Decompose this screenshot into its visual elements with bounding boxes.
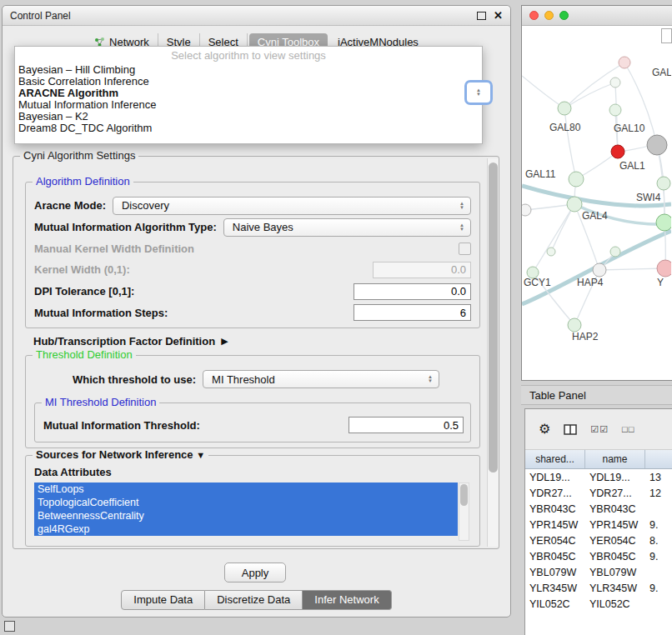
data-attributes-label: Data Attributes (34, 466, 112, 478)
tab-infer-network[interactable]: Infer Network (303, 590, 391, 610)
algorithm-definition-group: Algorithm Definition Aracne Mode: Discov… (25, 182, 480, 328)
attribute-item[interactable]: SelfLoops (34, 482, 458, 496)
mi-threshold-label: Mutual Information Threshold: (43, 419, 200, 432)
combo-arrows-icon: ▲▼ (424, 375, 437, 383)
attribute-item[interactable]: BetweennessCentrality (34, 509, 458, 522)
attribute-list-scrollbar[interactable] (459, 482, 469, 541)
gear-icon[interactable]: ⚙ (539, 422, 550, 436)
node-gal1 (647, 135, 667, 155)
settings-scrollbar-thumb[interactable] (489, 162, 498, 472)
zoom-traffic-light[interactable] (559, 11, 569, 20)
dpi-tolerance-field[interactable] (354, 283, 471, 300)
network-canvas[interactable]: GAL GAL80 GAL10 GAL11 GAL1 SWI4 GAL4 GCY… (522, 26, 671, 380)
mi-type-label: Mutual Information Algorithm Type: (34, 221, 217, 233)
settings-scrollbar[interactable] (487, 158, 499, 547)
algorithm-option[interactable]: Bayesian – K2 (15, 111, 482, 122)
kernel-width-label: Kernel Width (0,1): (34, 263, 130, 276)
columns-icon[interactable] (564, 424, 577, 435)
column-header[interactable]: shared... (525, 450, 585, 468)
attribute-item[interactable]: TopologicalCoefficient (34, 496, 458, 509)
node (619, 57, 630, 68)
svg-text:GAL11: GAL11 (525, 168, 556, 180)
sources-group-title[interactable]: Sources for Network Inference ▼ (33, 448, 208, 461)
mi-steps-label: Mutual Information Steps: (34, 307, 168, 319)
svg-text:GAL: GAL (652, 67, 671, 78)
table-row[interactable]: YBR045CYBR045C9. (525, 548, 672, 564)
which-threshold-combo[interactable]: MI Threshold ▲▼ (203, 370, 439, 388)
table-row[interactable]: YDL19...YDL19...13 (525, 469, 672, 485)
table-row[interactable]: YBL079WYBL079W (525, 564, 672, 580)
node-gal4 (567, 197, 582, 212)
algorithm-option[interactable]: Dream8 DC_TDC Algorithm (15, 122, 482, 134)
minimize-traffic-light[interactable] (544, 11, 554, 20)
svg-text:GAL10: GAL10 (614, 122, 645, 134)
tab-discretize-data[interactable]: Discretize Data (205, 590, 303, 610)
mi-threshold-field[interactable] (349, 417, 464, 433)
control-panel-window: Control Panel ✕ Network Style Select (2, 5, 511, 618)
dpi-tolerance-label: DPI Tolerance [0,1]: (34, 285, 134, 298)
table-row[interactable]: YPR145WYPR145W9. (525, 517, 672, 532)
control-panel-titlebar: Control Panel ✕ (3, 6, 510, 26)
attribute-item[interactable]: gal4RGexp (34, 522, 458, 536)
birdseye-toggle[interactable] (661, 28, 672, 43)
svg-text:HAP2: HAP2 (572, 331, 599, 342)
table-row[interactable]: YBR043CYBR043C (525, 501, 672, 517)
deselect-all-icon[interactable]: □□ (622, 425, 634, 434)
settings-group-title: Cyni Algorithm Settings (20, 149, 138, 162)
collapse-down-icon[interactable]: ▼ (196, 450, 205, 460)
aracne-mode-label: Aracne Mode: (34, 199, 106, 212)
mi-threshold-group-title: MI Threshold Definition (42, 396, 159, 408)
combo-arrows-icon: ▲▼ (455, 202, 469, 210)
expand-right-icon[interactable]: ▶ (221, 336, 228, 347)
node (657, 177, 670, 190)
close-traffic-light[interactable] (529, 11, 539, 20)
svg-text:SWI4: SWI4 (636, 192, 661, 203)
algorithm-option[interactable]: Basic Correlation Inference (15, 76, 482, 88)
hub-definition-section[interactable]: Hub/Transcription Factor Definition ▶ (33, 335, 228, 348)
mi-threshold-group: MI Threshold Definition Mutual Informati… (34, 402, 471, 442)
close-icon[interactable]: ✕ (494, 10, 503, 21)
column-header[interactable] (645, 450, 672, 468)
collapsed-panel-icon[interactable] (4, 621, 15, 632)
algorithm-option[interactable]: Bayesian – Hill Climbing (15, 64, 482, 76)
algorithm-option[interactable]: Mutual Information Inference (15, 99, 482, 111)
table-row[interactable]: YLR345WYLR345W9. (525, 580, 672, 596)
node (656, 214, 671, 231)
manual-kernel-label: Manual Kernel Width Definition (34, 242, 194, 255)
kernel-width-field[interactable] (373, 262, 471, 278)
algorithm-combo-button[interactable]: ▲▼ (464, 80, 493, 105)
table-row[interactable]: YER054CYER054C8. (525, 532, 672, 548)
window-title: Control Panel (10, 10, 71, 22)
column-header[interactable]: name (585, 450, 645, 468)
node (547, 248, 555, 256)
cyni-settings-panel: Cyni Algorithm Settings Algorithm Defini… (13, 156, 499, 549)
svg-text:GAL80: GAL80 (549, 122, 581, 133)
node-hap4 (593, 263, 606, 277)
node (657, 260, 671, 277)
node-hap2 (568, 318, 581, 332)
mi-type-combo[interactable]: Naive Bayes ▲▼ (223, 218, 471, 237)
aracne-mode-combo[interactable]: Discovery ▲▼ (113, 197, 471, 215)
node (558, 102, 571, 115)
node (609, 104, 621, 116)
apply-button[interactable]: Apply (224, 562, 286, 582)
hub-definition-label: Hub/Transcription Factor Definition (33, 335, 215, 348)
node (610, 247, 620, 257)
table-window: ⚙ ☑☑ □□ shared... name YDL19...YDL19...1… (524, 408, 672, 635)
algorithm-option-selected[interactable]: ARACNE Algorithm (15, 88, 482, 99)
svg-text:Y: Y (657, 277, 664, 288)
desktop: Control Panel ✕ Network Style Select (0, 0, 672, 635)
float-window-icon[interactable] (477, 12, 486, 20)
algorithm-dropdown-popup: Select algorithm to view settings Bayesi… (14, 46, 483, 144)
table-row[interactable]: YIL052CYIL052C (525, 596, 672, 612)
tab-impute-data[interactable]: Impute Data (121, 590, 205, 610)
combo-arrows-icon: ▲▼ (455, 223, 469, 232)
select-all-icon[interactable]: ☑☑ (590, 425, 609, 434)
threshold-definition-group: Threshold Definition Which threshold to … (25, 355, 480, 448)
mi-steps-field[interactable] (354, 304, 471, 321)
manual-kernel-checkbox[interactable] (459, 242, 471, 255)
cyni-mode-tabs: Impute Data Discretize Data Infer Networ… (3, 590, 510, 610)
network-view-window: GAL GAL80 GAL10 GAL11 GAL1 SWI4 GAL4 GCY… (521, 5, 672, 381)
table-row[interactable]: YDR27...YDR27...12 (525, 485, 672, 501)
node-gal10 (611, 145, 624, 158)
